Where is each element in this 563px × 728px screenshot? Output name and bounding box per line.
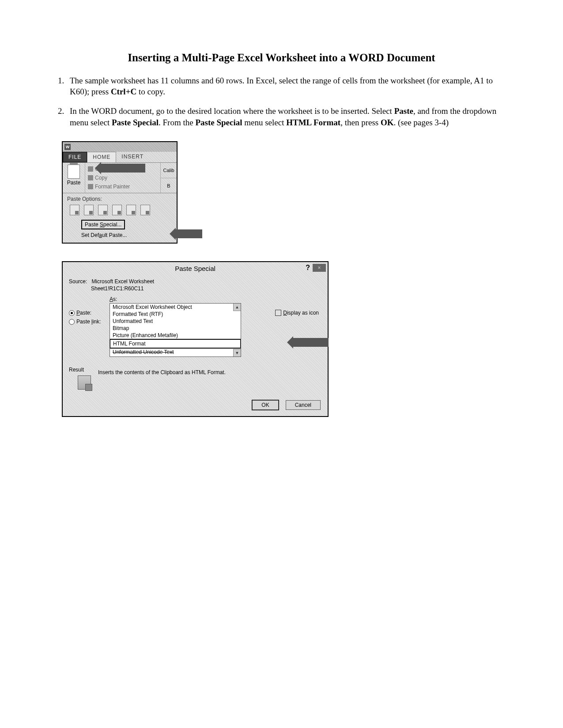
copy-label: Copy — [95, 175, 107, 181]
copy-button[interactable]: Copy — [88, 175, 158, 181]
paste-option-4[interactable] — [112, 205, 122, 215]
paste-special-dialog: Paste Special ? × Source: Microsoft Exce… — [62, 261, 329, 417]
step-2-bold-pastespecial: Paste Special — [112, 118, 159, 127]
step-2-bold-ok: OK — [381, 118, 394, 127]
source-label: Source: — [69, 278, 87, 285]
cancel-button[interactable]: Cancel — [286, 400, 321, 410]
ribbon-titlebar: W — [63, 142, 177, 152]
paste-special-label-pre: Paste — [85, 221, 100, 228]
as-label: As: — [110, 296, 321, 302]
step-1: The sample worksheet has 11 columns and … — [66, 75, 510, 98]
list-item[interactable]: Bitmap — [110, 325, 241, 332]
paste-special-menu-item[interactable]: Paste Special... — [81, 220, 125, 229]
ok-button[interactable]: OK — [252, 400, 278, 410]
list-item[interactable]: Picture (Enhanced Metafile) — [110, 332, 241, 339]
help-button[interactable]: ? — [306, 264, 310, 272]
paste-special-label-post: pecial... — [103, 221, 121, 228]
format-listbox[interactable]: ▲ Microsoft Excel Worksheet Object Forma… — [110, 303, 241, 357]
tab-home[interactable]: HOME — [87, 152, 116, 162]
step-2-bold-html: HTML Format — [286, 118, 340, 127]
step-2-text-f: . (see pages 3-4) — [394, 118, 449, 127]
set-default-accel: a — [99, 232, 102, 238]
set-default-post: ult Paste... — [102, 232, 127, 238]
dialog-title: Paste Special — [175, 265, 215, 272]
result-label: Result — [69, 367, 84, 373]
tab-insert[interactable]: INSERT — [116, 152, 149, 162]
step-1-text-b: to copy. — [136, 87, 165, 96]
list-item-selected-frame: HTML Format — [110, 339, 241, 349]
list-item[interactable]: Formatted Text (RTF) — [110, 311, 241, 318]
scissors-icon — [88, 166, 93, 172]
radio-dot-icon — [69, 310, 75, 316]
scroll-down-button[interactable]: ▼ — [233, 349, 241, 356]
paste-option-icons — [70, 205, 172, 215]
format-painter-button[interactable]: Format Painter — [88, 184, 158, 190]
as-accel: A — [110, 296, 113, 302]
step-2-text-e: , then press — [340, 118, 381, 127]
list-item[interactable]: Unformatted Unicode Text — [110, 349, 241, 356]
close-button[interactable]: × — [313, 264, 326, 272]
format-painter-label: Format Painter — [95, 184, 130, 190]
instruction-list: The sample worksheet has 11 columns and … — [53, 75, 510, 128]
step-2-text-c: . From the — [159, 118, 195, 127]
step-2: In the WORD document, go to the desired … — [66, 105, 510, 128]
set-default-pre: Set Def — [81, 232, 99, 238]
annotation-arrow-icon — [101, 164, 145, 173]
step-2-text-d: menu select — [242, 118, 287, 127]
display-as-icon-rest: isplay as icon — [287, 310, 319, 316]
radio-paste-rest: aste: — [80, 310, 91, 316]
clipboard-result-icon — [78, 375, 91, 390]
source-range: Sheet1!R1C1:R60C11 — [69, 285, 321, 292]
paste-option-1[interactable] — [70, 205, 79, 215]
step-1-shortcut: Ctrl+C — [111, 87, 136, 96]
word-app-icon: W — [64, 144, 71, 150]
source-value: Microsoft Excel Worksheet — [91, 278, 154, 285]
list-item-html-format[interactable]: HTML Format — [110, 340, 240, 348]
radio-pastelink-post: ink: — [93, 319, 101, 325]
annotation-arrow-icon — [176, 229, 202, 238]
paste-special-accel: S — [100, 221, 103, 228]
checkbox-icon — [275, 310, 281, 316]
scroll-up-button[interactable]: ▲ — [233, 304, 241, 311]
step-2-bold-pastespecial2: Paste Special — [195, 118, 242, 127]
paste-button[interactable]: Paste — [63, 163, 85, 193]
step-2-bold-paste: Paste — [394, 106, 413, 116]
list-item[interactable]: Unformatted Text — [110, 318, 241, 325]
radio-paste-accel: P — [76, 310, 80, 316]
bold-button[interactable]: B — [161, 178, 177, 193]
font-name-fragment[interactable]: Calib — [161, 163, 177, 178]
paste-icon — [68, 165, 80, 179]
copy-icon — [88, 175, 93, 180]
radio-paste[interactable]: Paste: — [69, 310, 101, 316]
paste-option-2[interactable] — [84, 205, 94, 215]
paste-option-3[interactable] — [98, 205, 108, 215]
brush-icon — [88, 184, 93, 189]
page-title: Inserting a Multi-Page Excel Worksheet i… — [53, 52, 510, 64]
paste-option-6[interactable] — [140, 205, 150, 215]
set-default-paste-menu-item[interactable]: Set Default Paste... — [81, 232, 172, 238]
display-as-icon-accel: D — [283, 310, 287, 316]
radio-paste-link[interactable]: Paste link: — [69, 319, 101, 325]
step-2-text-a: In the WORD document, go to the desired … — [70, 106, 394, 116]
radio-pastelink-pre: Paste — [76, 319, 91, 325]
result-description: Inserts the contents of the Clipboard as… — [98, 369, 321, 375]
paste-options-label: Paste Options: — [67, 196, 172, 202]
list-item[interactable]: Microsoft Excel Worksheet Object — [110, 304, 241, 311]
word-ribbon-screenshot: W FILE HOME INSERT Paste Cut Copy — [62, 141, 178, 244]
tab-file[interactable]: FILE — [63, 152, 87, 162]
paste-button-label: Paste — [64, 180, 84, 186]
font-group-fragment: Calib B — [160, 163, 177, 193]
annotation-arrow-icon — [293, 338, 329, 347]
display-as-icon-checkbox[interactable]: Display as icon — [275, 310, 319, 316]
radio-dot-icon641data-interactable — [69, 319, 75, 325]
paste-option-5[interactable] — [126, 205, 136, 215]
